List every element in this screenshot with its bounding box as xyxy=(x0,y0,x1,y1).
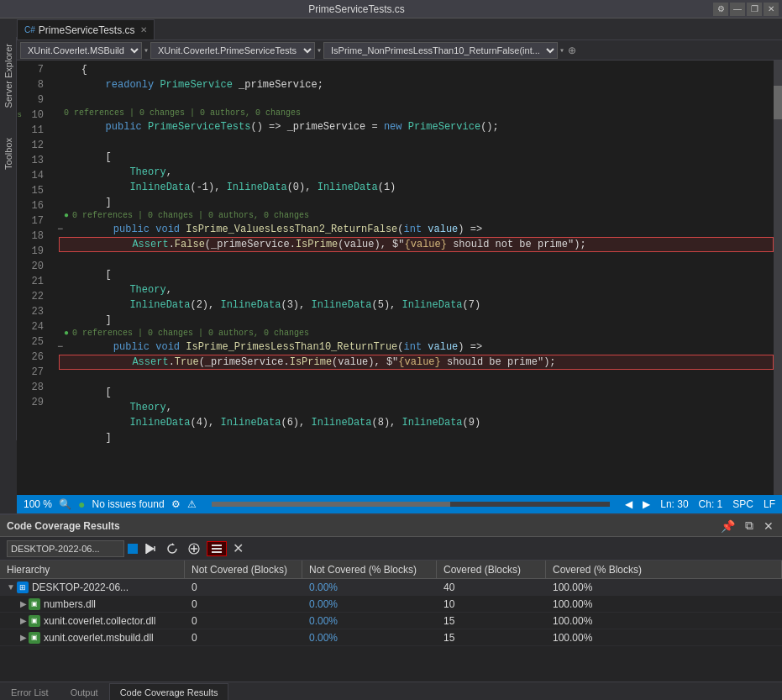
table-row-collector-dll[interactable]: ▶ ▣ xunit.coverlet.collector.dll 0 0.00%… xyxy=(0,613,782,629)
progress-indicator xyxy=(128,544,138,554)
code-line-8: readonly PrimeService _primeService; xyxy=(57,77,782,92)
col-not-covered-root: 0 xyxy=(185,579,302,595)
status-right: Ln: 30 Ch: 1 SPC LF xyxy=(660,498,775,510)
coverage-table: Hierarchy Not Covered (Blocks) Not Cover… xyxy=(0,561,782,682)
header-not-covered-pct: Not Covered (% Blocks) xyxy=(302,561,437,578)
code-line-15: ] xyxy=(57,195,782,210)
expand-arrow-collector[interactable]: ▶ xyxy=(20,616,27,625)
panel-title: Code Coverage Results xyxy=(7,520,120,532)
rerun-button[interactable] xyxy=(163,542,181,555)
status-left: 100 % 🔍 ● No issues found ⚙ ⚠ xyxy=(24,497,197,511)
code-content: { readonly PrimeService _primeService; 0… xyxy=(50,61,782,495)
table-row-msbuild-dll[interactable]: ▶ ▣ xunit.coverlet.msbuild.dll 0 0.00% 1… xyxy=(0,629,782,646)
code-line-14: InlineData(-1), InlineData(0), InlineDat… xyxy=(57,180,782,195)
tab-code-coverage[interactable]: Code Coverage Results xyxy=(109,683,229,700)
expand-arrow-root[interactable]: ▼ xyxy=(7,582,15,592)
code-line-18 xyxy=(57,252,782,267)
no-issues-icon: ● xyxy=(78,497,85,511)
table-row-root[interactable]: ▼ ⊞ DESKTOP-2022-06... 0 0.00% 40 100.00… xyxy=(0,579,782,596)
panel-toolbar: ✕ xyxy=(0,537,782,561)
dll-icon-collector: ▣ xyxy=(29,615,40,627)
code-line-26: [ xyxy=(57,385,782,400)
col-covered-root: 40 xyxy=(437,579,546,595)
header-not-covered: Not Covered (Blocks) xyxy=(185,561,302,578)
coverage-input[interactable] xyxy=(7,540,124,557)
code-comment-23: ● 0 references | 0 changes | 0 authors, … xyxy=(57,328,782,339)
code-line-27: Theory, xyxy=(57,400,782,415)
zoom-icon-button[interactable]: 🔍 xyxy=(59,498,71,510)
spc-label: SPC xyxy=(732,498,753,510)
chevron-icon-3: ▾ xyxy=(559,45,564,55)
toolbox-tab[interactable]: Toolbox xyxy=(2,131,15,176)
bottom-tabs: Error List Output Code Coverage Results xyxy=(0,682,782,700)
panel-close-button[interactable]: ✕ xyxy=(762,519,775,533)
highlight-button[interactable] xyxy=(207,541,227,556)
line-numbers: 7 8 9 0 references | 0 changes | 0 autho… xyxy=(17,61,50,495)
settings-icon-btn[interactable]: ⚙ xyxy=(171,498,181,510)
expand-arrow-numbers[interactable]: ▶ xyxy=(20,599,27,608)
settings-button[interactable]: ⚙ xyxy=(713,3,728,16)
project-dropdown[interactable]: XUnit.Coverlet.MSBuild xyxy=(20,42,142,59)
header-covered-pct: Covered (% Blocks) xyxy=(546,561,782,578)
dll-icon-numbers: ▣ xyxy=(29,598,40,610)
title-bar: PrimeServiceTests.cs ⚙ — ❐ ✕ xyxy=(0,0,782,18)
scroll-left-btn[interactable]: ◀ xyxy=(625,498,632,510)
class-dropdown[interactable]: XUnit.Coverlet.PrimeServiceTests xyxy=(150,42,315,59)
maximize-button[interactable]: ❐ xyxy=(747,3,762,16)
method-dropdown[interactable]: IsPrime_NonPrimesLessThan10_ReturnFalse(… xyxy=(323,42,558,59)
tab-error-list[interactable]: Error List xyxy=(0,683,60,700)
code-line-22: ] xyxy=(57,313,782,328)
server-explorer-tab[interactable]: Server Explorer xyxy=(2,37,15,114)
code-line-21: InlineData(2), InlineData(3), InlineData… xyxy=(57,297,782,313)
code-editor[interactable]: 7 8 9 0 references | 0 changes | 0 autho… xyxy=(17,61,782,495)
scrollbar-thumb[interactable] xyxy=(774,86,782,119)
side-panel: Server Explorer Toolbox xyxy=(0,37,17,440)
header-covered: Covered (Blocks) xyxy=(437,561,546,578)
code-line-17: Assert.False(_primeService.IsPrime(value… xyxy=(59,237,774,252)
vertical-scrollbar[interactable] xyxy=(774,61,782,495)
code-line-13: Theory, xyxy=(57,165,782,180)
no-issues-label: No issues found xyxy=(92,498,165,510)
add-session-button[interactable] xyxy=(185,542,203,555)
col-not-covered-pct-root: 0.00% xyxy=(302,579,437,595)
code-line-28: InlineData(4), InlineData(6), InlineData… xyxy=(57,415,782,430)
col-hierarchy-numbers: ▶ ▣ numbers.dll xyxy=(0,596,185,612)
tab-bar: C# PrimeServiceTests.cs ✕ xyxy=(17,18,782,40)
collect-coverage-button[interactable] xyxy=(141,542,160,555)
expand-arrow-msbuild[interactable]: ▶ xyxy=(20,633,27,642)
panel-float-button[interactable]: ⧉ xyxy=(743,518,755,533)
svg-marker-0 xyxy=(146,544,155,554)
warning-icon-btn[interactable]: ⚠ xyxy=(187,498,197,510)
code-comment-16: ● 0 references | 0 changes | 0 authors, … xyxy=(57,210,782,222)
line-number: Ln: 30 xyxy=(660,498,688,510)
code-line-16: − public void IsPrime_ValuesLessThan2_Re… xyxy=(57,222,782,237)
app-container: PrimeServiceTests.cs ⚙ — ❐ ✕ Server Expl… xyxy=(0,0,782,700)
svg-marker-3 xyxy=(172,543,175,545)
code-line-11 xyxy=(57,134,782,150)
title-bar-buttons: ⚙ — ❐ ✕ xyxy=(713,3,779,16)
dll-icon-msbuild: ▣ xyxy=(29,632,40,644)
code-line-9 xyxy=(57,92,782,108)
row-name-msbuild: xunit.coverlet.msbuild.dll xyxy=(44,632,154,644)
desktop-icon: ⊞ xyxy=(17,582,29,593)
tab-output[interactable]: Output xyxy=(60,683,109,700)
lf-label: LF xyxy=(764,498,775,510)
add-icon xyxy=(187,542,201,555)
scroll-right-btn[interactable]: ▶ xyxy=(643,498,650,510)
delete-button[interactable]: ✕ xyxy=(230,540,246,556)
row-name-collector: xunit.coverlet.collector.dll xyxy=(44,615,155,627)
minimize-button[interactable]: — xyxy=(730,3,745,16)
tab-primservicetests[interactable]: C# PrimeServiceTests.cs ✕ xyxy=(17,19,155,39)
dropdown-bars: XUnit.Coverlet.MSBuild ▾ XUnit.Coverlet.… xyxy=(17,40,782,61)
code-line-10: public PrimeServiceTests() => _primeServ… xyxy=(57,119,782,134)
tab-close-icon[interactable]: ✕ xyxy=(140,25,147,34)
table-row-numbers-dll[interactable]: ▶ ▣ numbers.dll 0 0.00% 10 100.00% xyxy=(0,596,782,613)
col-hierarchy-collector: ▶ ▣ xunit.coverlet.collector.dll xyxy=(0,613,185,629)
nav-back-button[interactable]: ⊕ xyxy=(566,45,578,56)
panel-pin-button[interactable]: 📌 xyxy=(719,519,737,533)
svg-rect-9 xyxy=(212,551,222,553)
svg-rect-8 xyxy=(212,548,222,550)
close-button[interactable]: ✕ xyxy=(764,3,779,16)
collect-icon xyxy=(144,542,157,555)
rerun-icon xyxy=(165,542,179,555)
